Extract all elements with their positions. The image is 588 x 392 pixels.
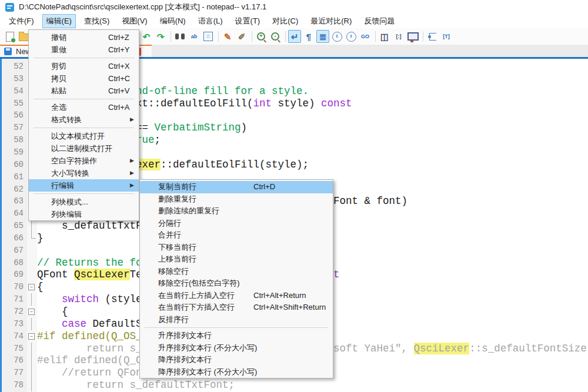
menubar-item-10[interactable]: 反馈问题	[360, 14, 399, 28]
line-number-53[interactable]: 53	[2, 73, 24, 85]
menu-item-line_edit_submenu-10[interactable]: 在当前行下方插入空行Ctrl+Alt+Shift+Return	[140, 301, 333, 314]
line-number-65[interactable]: 65	[2, 220, 24, 232]
menu-item-line_edit_submenu-9[interactable]: 在当前行上方插入空行Ctrl+Alt+Return	[140, 290, 333, 302]
menu-item-line_edit_submenu-15[interactable]: 降序排列文本行	[140, 354, 333, 366]
menu-item-edit_menu-17[interactable]: 列块编辑	[29, 208, 139, 220]
menu-item-line_edit_submenu-3[interactable]: 分隔行	[140, 217, 333, 230]
line-number-72[interactable]: 72	[2, 306, 24, 318]
plugin-icon[interactable]	[426, 30, 439, 43]
line-number-70[interactable]: 70	[2, 281, 24, 293]
menu-item-edit_menu-7[interactable]: 全选Ctrl+A	[29, 101, 139, 113]
menu-separator	[29, 192, 139, 196]
code-line-72[interactable]: {	[37, 306, 68, 318]
line-number-76[interactable]: 76	[2, 354, 24, 367]
line-number-52[interactable]: 52	[2, 61, 24, 73]
redo-icon[interactable]: ↷	[154, 30, 167, 43]
menu-item-edit_menu-8[interactable]: 格式转换▶	[29, 113, 139, 126]
line-number-58[interactable]: 58	[2, 134, 24, 146]
menu-item-line_edit_submenu-6[interactable]: 上移当前行	[140, 253, 333, 266]
fold-marker-collapse[interactable]: −	[28, 333, 35, 340]
mark-highlight-icon[interactable]: ✎	[221, 30, 234, 43]
menu-item-edit_menu-1[interactable]: 重做Ctrl+Y	[29, 43, 139, 56]
line-number-69[interactable]: 69	[2, 269, 24, 281]
line-number-75[interactable]: 75	[2, 343, 24, 355]
dir-compare-icon[interactable]: [:]	[392, 30, 405, 43]
menu-item-edit_menu-4[interactable]: 拷贝Ctrl+C	[29, 72, 139, 85]
bookmark-icon[interactable]: ☆	[202, 30, 215, 43]
line-number-64[interactable]: 64	[2, 207, 24, 220]
file-compare-icon[interactable]: ◫	[378, 30, 391, 43]
menu-item-line_edit_submenu-5[interactable]: 下移当前行	[140, 242, 333, 254]
line-number-74[interactable]: 74	[2, 330, 24, 343]
fold-marker-collapse[interactable]: −	[28, 309, 35, 315]
menubar-item-1[interactable]: 文件(F)	[5, 14, 38, 28]
line-number-62[interactable]: 62	[2, 183, 24, 196]
line-number-55[interactable]: 55	[2, 98, 24, 110]
menu-item-edit_menu-13[interactable]: 大小写转换▶	[29, 167, 139, 179]
monitor-icon[interactable]	[406, 30, 419, 43]
menu-item-edit_menu-11[interactable]: 以二进制模式打开	[29, 142, 139, 155]
menubar-item-6[interactable]: 语言(L)	[194, 14, 227, 28]
replace-icon[interactable]: ab	[188, 30, 201, 43]
menu-item-line_edit_submenu-0[interactable]: 复制当前行Ctrl+D	[140, 181, 333, 193]
undo-icon[interactable]: ↶	[140, 30, 153, 43]
line-number-56[interactable]: 56	[2, 109, 24, 122]
code-line-70[interactable]: {	[37, 281, 44, 293]
menu-item-line_edit_submenu-16[interactable]: 降序排列文本行 (不分大小写)	[140, 366, 333, 378]
menubar-item-4[interactable]: 视图(V)	[118, 14, 151, 28]
line-number-73[interactable]: 73	[2, 318, 24, 330]
line-number-67[interactable]: 67	[2, 244, 24, 257]
menu-item-edit_menu-10[interactable]: 以文本模式打开	[29, 130, 139, 142]
menu-item-line_edit_submenu-14[interactable]: 升序排列文本行 (不分大小写)	[140, 342, 333, 354]
menu-item-line_edit_submenu-8[interactable]: 移除空行(包括空白字符)	[140, 277, 333, 290]
line-number-77[interactable]: 77	[2, 367, 24, 379]
find-icon[interactable]	[173, 30, 186, 43]
goto-line-icon[interactable]: GO	[359, 30, 372, 43]
menubar-item-3[interactable]: 查找(S)	[80, 14, 113, 28]
back-position-icon[interactable]: ‹	[330, 30, 343, 43]
menu-item-line_edit_submenu-1[interactable]: 删除重复行	[140, 193, 333, 206]
code-line-71[interactable]: switch (style)	[37, 293, 148, 306]
menu-item-edit_menu-0[interactable]: 撤销Ctrl+Z	[29, 31, 139, 43]
menu-item-edit_menu-16[interactable]: 列块模式...	[29, 196, 139, 208]
line-number-66[interactable]: 66	[2, 232, 24, 244]
text-format-icon[interactable]: [T]	[440, 30, 453, 43]
word-wrap-icon[interactable]: ↵	[288, 30, 301, 43]
forward-position-icon-glyph: ›	[346, 32, 356, 42]
menu-item-edit_menu-5[interactable]: 粘贴Ctrl+V	[29, 85, 139, 97]
forward-position-icon[interactable]: ›	[345, 30, 358, 43]
line-number-78[interactable]: 78	[2, 379, 24, 391]
menu-item-edit_menu-14[interactable]: 行编辑▶	[29, 179, 139, 192]
menu-item-line_edit_submenu-4[interactable]: 合并行	[140, 229, 333, 242]
fold-marker-collapse[interactable]: −	[28, 284, 35, 290]
menubar-item-2[interactable]: 编辑(E)	[42, 14, 76, 28]
menu-item-line_edit_submenu-2[interactable]: 删除连续的重复行	[140, 205, 333, 217]
code-segment: case	[62, 318, 86, 330]
line-number-61[interactable]: 61	[2, 171, 24, 183]
zoom-out-icon[interactable]: -	[269, 30, 282, 43]
menubar-item-9[interactable]: 最近对比(R)	[306, 14, 356, 28]
zoom-in-icon[interactable]: +	[255, 30, 268, 43]
show-symbol-icon[interactable]: ¶	[302, 30, 315, 43]
menu-item-line_edit_submenu-11[interactable]: 反排序行	[140, 314, 333, 326]
menubar-item-7[interactable]: 设置(T)	[231, 14, 265, 28]
line-number-59[interactable]: 59	[2, 146, 24, 159]
indent-guide-icon[interactable]: ≣	[316, 30, 329, 43]
line-number-60[interactable]: 60	[2, 159, 24, 171]
menubar-item-8[interactable]: 对比(C)	[268, 14, 302, 28]
line-number-68[interactable]: 68	[2, 257, 24, 269]
menu-item-shortcut: Ctrl+C	[108, 72, 130, 85]
code-line-66[interactable]: }	[37, 232, 44, 244]
line-number-71[interactable]: 71	[2, 293, 24, 306]
menu-item-edit_menu-12[interactable]: 空白字符操作▶	[29, 155, 139, 167]
menubar-item-5[interactable]: 编码(N)	[156, 14, 190, 28]
code-line-78[interactable]: return s_defaultTxtFont;	[37, 379, 235, 391]
line-number-54[interactable]: 54	[2, 85, 24, 98]
line-number-57[interactable]: 57	[2, 122, 24, 134]
clear-highlight-icon[interactable]: ✐	[235, 30, 248, 43]
menu-item-edit_menu-3[interactable]: 剪切Ctrl+X	[29, 60, 139, 72]
menu-item-line_edit_submenu-13[interactable]: 升序排列文本行	[140, 330, 333, 342]
line-number-63[interactable]: 63	[2, 195, 24, 207]
new-file-icon[interactable]	[4, 30, 16, 43]
menu-item-line_edit_submenu-7[interactable]: 移除空行	[140, 266, 333, 278]
